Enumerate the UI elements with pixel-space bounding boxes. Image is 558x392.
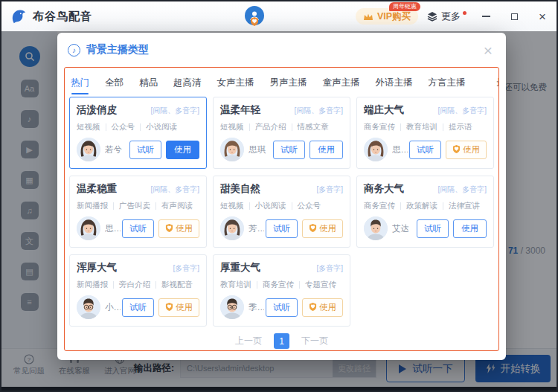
tab-超高清[interactable]: 超高清 xyxy=(173,77,202,89)
anchor-name: 若兮 xyxy=(105,144,122,155)
vip-shield-icon xyxy=(309,303,317,312)
listen-button[interactable]: 试听 xyxy=(273,141,305,159)
user-avatar[interactable] xyxy=(245,6,264,25)
tab-热门[interactable]: 热门 xyxy=(71,77,89,89)
category-tabs: 热门全部精品超高清女声主播男声主播童声主播外语主播方言主播最近使用 xyxy=(65,68,498,95)
modal-header: ♪ 背景主播类型 × xyxy=(57,33,506,67)
tab-全部[interactable]: 全部 xyxy=(105,77,124,89)
app-window: 布谷鸟配音 周年钜惠 VIP购买 更多 xyxy=(0,0,558,392)
vip-shield-icon xyxy=(165,303,173,312)
voice-card-芳芳[interactable]: 甜美自然[多音字]短视频小说阅读公众号芳芳试听使用 xyxy=(213,176,350,248)
scene-tag: 新闻播报 xyxy=(77,280,108,290)
listen-button[interactable]: 试听 xyxy=(266,219,298,238)
voice-card-季老师[interactable]: 厚重大气[多音字]教育培训商务宣传专题宣传季老师试听使用 xyxy=(213,254,350,327)
use-button[interactable]: 使用 xyxy=(446,141,487,159)
anchor-name: 思琪 xyxy=(248,144,266,155)
scene-tag: 有声阅读 xyxy=(161,201,193,211)
anchor-avatar xyxy=(220,295,244,319)
use-button[interactable]: 使用 xyxy=(310,141,343,159)
window-close-icon[interactable]: × xyxy=(537,11,548,22)
tab-男声主播[interactable]: 男声主播 xyxy=(270,77,307,89)
anchor-avatar xyxy=(77,295,100,319)
anchor-avatar xyxy=(364,216,388,240)
listen-button[interactable]: 试听 xyxy=(129,141,161,159)
scene-tag: 短视频 xyxy=(220,201,244,211)
scene-tag: 小说阅读 xyxy=(255,201,286,211)
voice-style-title: 甜美自然 xyxy=(220,182,260,196)
use-button[interactable]: 使用 xyxy=(302,298,343,317)
voice-style-title: 温柔年轻 xyxy=(220,103,260,117)
layers-icon xyxy=(427,11,437,22)
scene-tag: 教育培训 xyxy=(220,280,251,290)
modal-title: 背景主播类型 xyxy=(86,43,149,57)
maximize-icon[interactable] xyxy=(509,11,519,22)
anchor-avatar xyxy=(220,216,244,240)
music-note-icon: ♪ xyxy=(68,44,80,57)
voice-style-title: 厚重大气 xyxy=(220,261,260,274)
scene-tag: 情感文章 xyxy=(298,122,329,132)
tab-最近使用[interactable]: 最近使用 xyxy=(497,77,500,89)
vip-shield-icon xyxy=(452,145,461,155)
voice-card-思佳[interactable]: 端庄大气[间隔、多音字]商务宣传教育培训提示语思佳试听使用 xyxy=(356,97,494,169)
listen-button[interactable]: 试听 xyxy=(417,219,449,238)
tab-女声主播[interactable]: 女声主播 xyxy=(217,77,254,89)
use-button[interactable]: 使用 xyxy=(453,219,487,238)
scene-tag: 广告叫卖 xyxy=(119,201,150,211)
tag-separator xyxy=(113,202,114,210)
voice-style-title: 端庄大气 xyxy=(364,103,404,117)
feature-tag: [间隔、多音字] xyxy=(294,106,343,116)
anchor-avatar xyxy=(77,216,100,240)
minimize-icon[interactable] xyxy=(481,11,491,22)
voice-card-若兮[interactable]: 活泼俏皮[间隔、多音字]短视频公众号小说阅读若兮试听使用 xyxy=(69,97,207,169)
feature-tag: [间隔、多音字] xyxy=(150,184,199,195)
titlebar: 布谷鸟配音 周年钜惠 VIP购买 更多 xyxy=(1,1,557,31)
prev-page-button[interactable]: 上一页 xyxy=(235,335,262,347)
anchor-avatar xyxy=(77,138,100,161)
close-icon[interactable]: × xyxy=(484,42,493,58)
vip-shield-icon xyxy=(165,224,173,234)
tag-separator xyxy=(292,123,292,131)
scene-tag: 提示语 xyxy=(449,122,472,132)
listen-button[interactable]: 试听 xyxy=(409,141,441,159)
listen-button[interactable]: 试听 xyxy=(122,298,154,317)
scene-tag: 影视配音 xyxy=(161,280,193,290)
vip-promo-badge: 周年钜惠 xyxy=(389,2,420,11)
tag-separator xyxy=(292,202,292,210)
tab-方言主播[interactable]: 方言主播 xyxy=(429,77,466,89)
tag-separator xyxy=(249,123,250,131)
voice-card-思悦[interactable]: 温柔稳重[间隔、多音字]新闻播报广告叫卖有声阅读思悦试听使用 xyxy=(69,176,207,248)
tag-separator xyxy=(155,202,156,210)
tab-精品[interactable]: 精品 xyxy=(139,77,158,89)
more-menu-button[interactable]: 更多 xyxy=(427,1,466,31)
voice-style-title: 活泼俏皮 xyxy=(77,103,117,117)
app-logo-bird-icon xyxy=(10,8,28,25)
vip-shield-icon xyxy=(250,16,259,29)
feature-tag: [多音字] xyxy=(316,263,343,274)
listen-button[interactable]: 试听 xyxy=(266,298,298,317)
voice-card-grid: 活泼俏皮[间隔、多音字]短视频公众号小说阅读若兮试听使用温柔年轻[间隔、多音字]… xyxy=(65,95,498,327)
anchor-name: 思悦 xyxy=(105,223,121,234)
voice-card-艾达[interactable]: 商务大气[间隔、多音字]商务宣传政策解读法律宣讲艾达试听使用 xyxy=(356,176,494,248)
tab-童声主播[interactable]: 童声主播 xyxy=(323,77,360,89)
voice-card-小军[interactable]: 浑厚大气[多音字]新闻播报旁白介绍影视配音小军试听使用 xyxy=(69,254,207,327)
next-page-button[interactable]: 下一页 xyxy=(301,335,328,347)
tab-外语主播[interactable]: 外语主播 xyxy=(376,77,413,89)
use-button[interactable]: 使用 xyxy=(166,141,199,159)
listen-button[interactable]: 试听 xyxy=(122,219,154,238)
feature-tag: [间隔、多音字] xyxy=(437,106,487,116)
scene-tag: 旁白介绍 xyxy=(119,280,150,290)
scene-tag: 商务宣传 xyxy=(364,201,395,211)
scene-tag: 法律宣讲 xyxy=(449,201,480,211)
use-button[interactable]: 使用 xyxy=(302,219,343,238)
tag-separator xyxy=(249,202,250,210)
scene-tag: 商务宣传 xyxy=(263,280,294,290)
vip-shield-icon xyxy=(309,224,317,234)
use-button[interactable]: 使用 xyxy=(158,219,199,238)
app-brand: 布谷鸟配音 xyxy=(10,1,92,31)
current-page[interactable]: 1 xyxy=(274,333,289,349)
use-button[interactable]: 使用 xyxy=(158,298,199,317)
voice-card-思琪[interactable]: 温柔年轻[间隔、多音字]短视频产品介绍情感文章思琪试听使用 xyxy=(213,97,350,169)
scene-tag: 商务宣传 xyxy=(364,122,395,132)
window-bottom-edge xyxy=(1,387,557,391)
scene-tag: 专题宣传 xyxy=(305,280,336,290)
